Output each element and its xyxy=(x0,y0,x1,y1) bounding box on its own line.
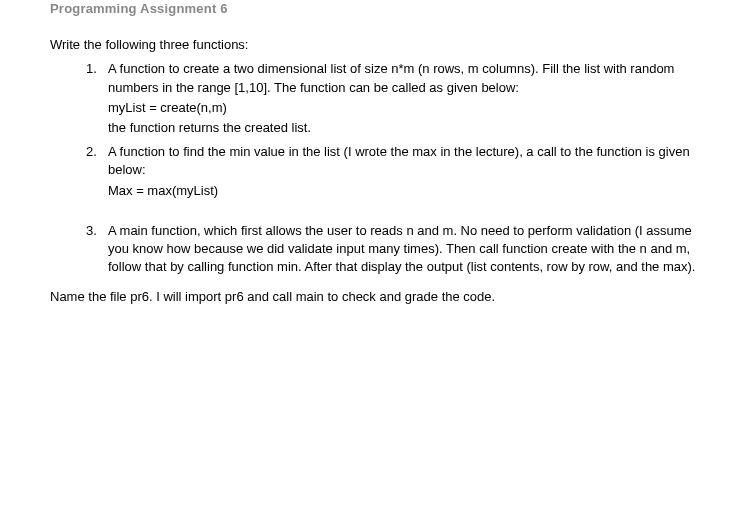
closing-text: Name the file pr6. I will import pr6 and… xyxy=(50,288,700,306)
list-body: A main function, which first allows the … xyxy=(108,222,700,279)
list-number: 3. xyxy=(86,222,108,279)
list-number: 2. xyxy=(86,143,108,202)
list-number: 1. xyxy=(86,60,108,139)
list-line: myList = create(n,m) xyxy=(108,99,700,117)
list-line: A function to find the min value in the … xyxy=(108,143,700,179)
spacer xyxy=(86,206,700,222)
document-page: Programming Assignment 6 Write the follo… xyxy=(0,0,750,306)
list-line: Max = max(myList) xyxy=(108,182,700,200)
ordered-list: 1. A function to create a two dimensiona… xyxy=(50,60,700,278)
list-body: A function to create a two dimensional l… xyxy=(108,60,700,139)
list-item: 1. A function to create a two dimensiona… xyxy=(86,60,700,139)
list-line: A main function, which first allows the … xyxy=(108,222,700,277)
list-item: 2. A function to find the min value in t… xyxy=(86,143,700,202)
list-item: 3. A main function, which first allows t… xyxy=(86,222,700,279)
list-line: the function returns the created list. xyxy=(108,119,700,137)
list-body: A function to find the min value in the … xyxy=(108,143,700,202)
list-line: A function to create a two dimensional l… xyxy=(108,60,700,96)
page-title: Programming Assignment 6 xyxy=(50,0,700,18)
intro-text: Write the following three functions: xyxy=(50,36,700,54)
